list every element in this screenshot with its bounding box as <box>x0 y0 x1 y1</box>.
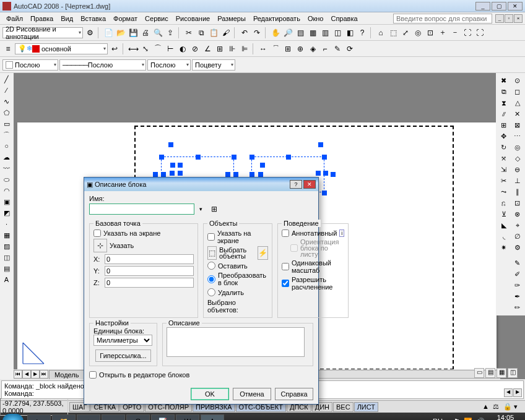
zoom-scale-icon[interactable]: ⤢ <box>400 27 411 38</box>
explode-icon[interactable]: ✷ <box>498 242 509 253</box>
make-block-icon[interactable]: ◩ <box>1 208 12 218</box>
menu-insert[interactable]: Вставка <box>77 14 110 24</box>
dim-ordinate-icon[interactable]: ⊢ <box>165 43 176 54</box>
mtext-icon[interactable]: A <box>1 275 12 285</box>
chamfer-icon[interactable]: ◣ <box>498 220 509 231</box>
open-icon[interactable]: 📂 <box>115 27 126 38</box>
insert-block-icon[interactable]: ▣ <box>1 197 12 207</box>
bp-onscreen-checkbox[interactable] <box>93 229 101 237</box>
cmd-scroll-left[interactable]: ◀ <box>504 388 513 397</box>
sketch3-icon[interactable]: ✑ <box>512 280 523 291</box>
publish-icon[interactable]: ⇪ <box>165 27 176 38</box>
layout-tool3-icon[interactable]: ▦ <box>497 368 506 378</box>
block-name-input[interactable] <box>89 204 194 215</box>
osnap-end-icon[interactable]: ◻ <box>512 87 523 97</box>
scale-icon[interactable]: ⤧ <box>498 153 509 164</box>
dim-arc-icon[interactable]: ⌒ <box>152 43 163 54</box>
pline-icon[interactable]: ∿ <box>1 96 12 107</box>
tab-model[interactable]: Модель <box>49 370 84 379</box>
redo-icon[interactable]: ↷ <box>251 27 262 38</box>
plotstyle-dropdown[interactable]: Поцвету <box>192 59 235 71</box>
layout-tool1-icon[interactable]: ▭ <box>474 368 484 378</box>
status-annoscale-icon[interactable]: ⚖ <box>493 403 501 411</box>
dim-inspect-icon[interactable]: ◈ <box>307 43 318 54</box>
units-select[interactable]: Миллиметры <box>93 335 152 346</box>
tray-volume-icon[interactable]: 🔊 <box>476 418 485 421</box>
offset-icon[interactable]: ⫽ <box>498 109 509 119</box>
color-dropdown[interactable]: Послою <box>2 59 58 71</box>
layout-tool4-icon[interactable]: ◫ <box>508 368 518 378</box>
mdi-restore[interactable]: ▫ <box>505 14 513 23</box>
bp-y-input[interactable] <box>105 266 194 276</box>
fillet-icon[interactable]: ◟ <box>498 231 509 242</box>
circle-icon[interactable]: ○ <box>1 141 12 152</box>
zoom-in-icon[interactable]: ＋ <box>437 27 448 38</box>
dim-aligned-icon[interactable]: ⤡ <box>140 43 151 54</box>
help-icon[interactable]: ? <box>357 27 368 38</box>
task-word[interactable]: W <box>176 414 199 420</box>
region-icon[interactable]: ◫ <box>1 252 12 263</box>
tray-network-icon[interactable]: 📶 <box>464 418 472 421</box>
layer-dropdown[interactable]: 💡❄основной <box>15 43 108 54</box>
zoom-extents-icon[interactable]: ⛶ <box>474 27 485 38</box>
zoom-window-icon[interactable]: ⌂ <box>375 27 386 38</box>
mdi-minimize[interactable]: _ <box>495 14 504 23</box>
dim-center-icon[interactable]: ⊕ <box>295 43 306 54</box>
ellipse-arc-icon[interactable]: ◠ <box>1 186 12 196</box>
task-ie[interactable]: e <box>102 414 125 420</box>
mdi-close[interactable]: × <box>514 14 523 23</box>
layer-prev-icon[interactable]: ↩ <box>109 43 120 54</box>
sheet-nav-last[interactable]: ⏭ <box>40 370 48 379</box>
line-icon[interactable]: ╱ <box>1 74 12 85</box>
menu-format[interactable]: Формат <box>110 14 141 24</box>
status-tray-icon[interactable]: ▾ <box>514 403 523 411</box>
select-objects-button[interactable]: ⬚ <box>207 246 217 260</box>
plot-icon[interactable]: 🖨 <box>140 27 151 38</box>
dim-diameter-icon[interactable]: ⊘ <box>189 43 201 54</box>
sketch5-icon[interactable]: ✏ <box>512 302 523 313</box>
dim-edit-icon[interactable]: ✎ <box>332 43 343 54</box>
mirror-icon[interactable]: ⧗ <box>498 98 509 108</box>
menu-draw[interactable]: Рисование <box>172 14 214 24</box>
menu-dimension[interactable]: Размеры <box>214 14 249 24</box>
lineweight-dropdown[interactable]: Послою <box>147 59 191 71</box>
osnap-cen-icon[interactable]: ◎ <box>512 142 523 153</box>
menu-help[interactable]: Справка <box>327 14 361 24</box>
osnap-ext-icon[interactable]: ⋯ <box>512 131 523 142</box>
copy-icon[interactable]: ⧉ <box>196 27 207 38</box>
cut-icon[interactable]: ✂ <box>183 27 194 38</box>
zoom-dynamic-icon[interactable]: ⬚ <box>388 27 399 38</box>
dim-tolerance-icon[interactable]: ⊞ <box>282 43 293 54</box>
sheet-nav-first[interactable]: ⏮ <box>14 370 22 379</box>
status-lwt[interactable]: ВЕС <box>333 402 354 412</box>
tray-clock[interactable]: 14:0501.06.2012 <box>488 414 523 420</box>
dim-update-icon[interactable]: ⟳ <box>344 43 355 54</box>
zoom-center-icon[interactable]: ◎ <box>412 27 423 38</box>
join-icon[interactable]: ⊻ <box>498 209 509 220</box>
preview-icon[interactable]: 🔍 <box>152 27 163 38</box>
obj-delete-radio[interactable] <box>207 288 215 296</box>
gradient-icon[interactable]: ▨ <box>1 241 12 252</box>
point-icon[interactable]: · <box>1 219 12 229</box>
bp-z-input[interactable] <box>105 278 194 288</box>
menu-tools[interactable]: Сервис <box>141 14 172 24</box>
osnap-quad-icon[interactable]: ◇ <box>512 153 523 164</box>
task-vlc[interactable]: ▲ <box>77 414 100 420</box>
osnap-perp-icon[interactable]: ⊥ <box>512 176 523 186</box>
xline-icon[interactable]: ∕ <box>1 85 12 96</box>
close-button[interactable]: ✕ <box>508 2 523 11</box>
save-icon[interactable]: 💾 <box>128 27 139 38</box>
uniform-scale-checkbox[interactable] <box>282 263 289 270</box>
minimize-button[interactable]: _ <box>475 2 490 11</box>
qleader-icon[interactable]: ◫ <box>332 27 343 38</box>
osnap-int-icon[interactable]: ✕ <box>512 109 523 119</box>
task-opera[interactable]: O <box>126 414 150 420</box>
revcloud-icon[interactable]: ☁ <box>1 152 12 163</box>
task-autocad[interactable]: A <box>201 414 224 420</box>
dim-jog-icon[interactable]: ⌐ <box>319 43 331 54</box>
move-icon[interactable]: ✥ <box>498 131 509 142</box>
trim-icon[interactable]: ✂ <box>498 176 509 186</box>
sheet-nav-prev[interactable]: ◀ <box>22 370 31 379</box>
rotate-icon[interactable]: ↻ <box>498 142 509 153</box>
menu-view[interactable]: Вид <box>57 14 77 24</box>
